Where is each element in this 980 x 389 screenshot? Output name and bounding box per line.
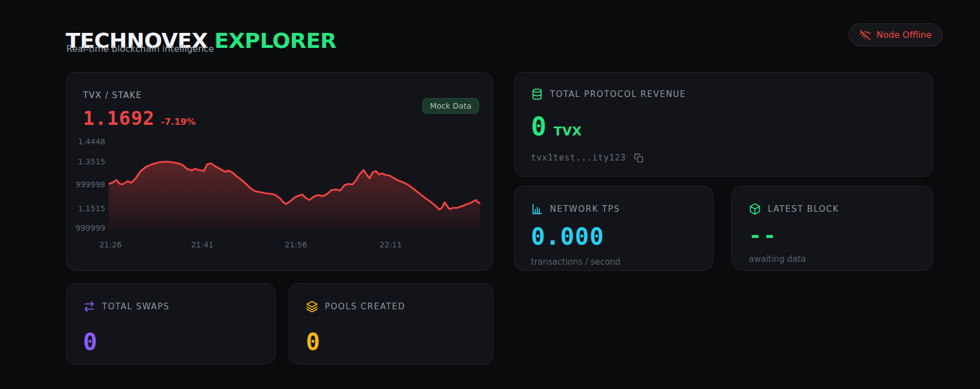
total-protocol-revenue-card: TOTAL PROTOCOL REVENUE 0 TVX tvx1test...… — [514, 72, 933, 177]
node-status-badge: Node Offline — [849, 23, 943, 46]
swap-arrows-icon — [83, 300, 95, 313]
y-tick-label: 1.3515 — [78, 157, 105, 166]
pools-value: 0 — [306, 328, 476, 356]
x-tick-label: 21:41 — [191, 240, 213, 249]
price-chart-card: TVX / STAKE 1.1692 -7.19% Mock Data 1.44… — [66, 72, 493, 271]
pools-card-title: POOLS CREATED — [325, 302, 405, 312]
y-tick-label: 999998 — [76, 180, 105, 189]
protocol-address: tvx1test...ity123 — [531, 153, 626, 163]
y-tick-label: 999999 — [76, 223, 105, 232]
tps-card-title: NETWORK TPS — [550, 204, 620, 214]
y-tick-label: 1.1515 — [78, 204, 105, 213]
chart-y-axis: 1.4448 1.3515 999998 1.1515 999999 — [80, 135, 109, 230]
block-card-title: LATEST BLOCK — [768, 204, 839, 214]
block-caption: awaiting data — [749, 254, 916, 264]
cube-icon — [749, 203, 761, 215]
price-value: 1.1692 — [83, 107, 155, 129]
chart-area-fill — [109, 162, 480, 230]
revenue-card-title: TOTAL PROTOCOL REVENUE — [550, 89, 686, 99]
mock-data-badge: Mock Data — [422, 98, 479, 114]
node-status-label: Node Offline — [876, 30, 932, 40]
tps-caption: transactions / second — [531, 257, 696, 267]
revenue-unit: TVX — [554, 124, 582, 138]
bar-chart-icon — [531, 203, 543, 215]
copy-address-button[interactable] — [634, 153, 643, 163]
revenue-value: 0 — [531, 111, 547, 142]
x-tick-label: 22:11 — [379, 240, 402, 249]
pair-label: TVX / STAKE — [83, 90, 196, 100]
price-chart-svg — [109, 135, 480, 230]
page-title-accent: EXPLORER — [214, 28, 337, 53]
copy-icon — [634, 153, 643, 163]
pools-created-card: POOLS CREATED 0 — [289, 283, 494, 364]
network-tps-card: NETWORK TPS 0.000 transactions / second — [514, 186, 714, 271]
latest-block-value: -- — [749, 223, 916, 247]
y-tick-label: 1.4448 — [78, 137, 105, 146]
database-icon — [531, 88, 543, 100]
wifi-off-icon — [860, 30, 871, 41]
layers-icon — [306, 300, 318, 313]
x-tick-label: 21:56 — [285, 240, 307, 249]
price-change: -7.19% — [161, 116, 196, 127]
tps-value: 0.000 — [531, 223, 696, 250]
price-chart-plot[interactable]: 21:26 21:41 21:56 22:11 — [109, 135, 480, 230]
x-tick-label: 21:26 — [99, 240, 121, 249]
swaps-value: 0 — [83, 328, 259, 356]
swaps-card-title: TOTAL SWAPS — [102, 302, 169, 312]
page-subtitle: Real-time blockchain intelligence — [66, 43, 214, 54]
total-swaps-card: TOTAL SWAPS 0 — [66, 283, 276, 364]
price-chart: 1.4448 1.3515 999998 1.1515 999999 21:26… — [80, 135, 480, 230]
latest-block-card: LATEST BLOCK -- awaiting data — [732, 186, 933, 271]
